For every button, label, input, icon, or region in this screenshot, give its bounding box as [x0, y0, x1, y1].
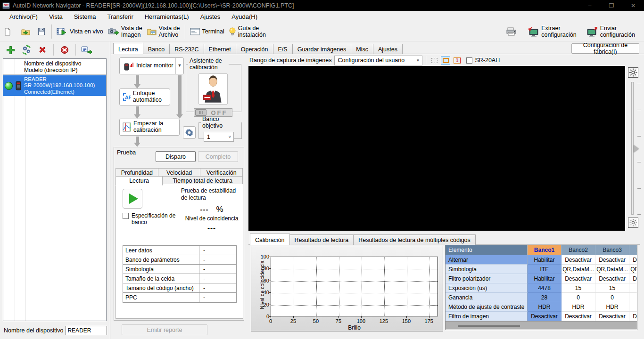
- tab-e-s[interactable]: E/S: [273, 44, 293, 54]
- device-list[interactable]: Nombre del dispositivo Modelo (dirección…: [3, 58, 107, 321]
- bank-cell[interactable]: 15: [629, 283, 637, 293]
- brightness-down-button[interactable]: [628, 218, 638, 228]
- bank-row-label-exposici-n-us[interactable]: Exposición (us): [446, 283, 528, 293]
- tab-operaci-n[interactable]: Operación: [236, 44, 273, 54]
- tab-rs-232c[interactable]: RS-232C: [169, 44, 204, 54]
- device-row-selected[interactable]: READER SR-2000W(192.168.100.100) Connect…: [3, 75, 106, 96]
- print-button[interactable]: [503, 26, 520, 37]
- start-monitor-dropdown[interactable]: ▼: [175, 58, 183, 74]
- bank-cell[interactable]: Desactivar: [629, 274, 637, 283]
- menu-item-transferir[interactable]: Transferir: [102, 11, 139, 22]
- extract-config-button[interactable]: Extraer configuración: [525, 24, 578, 40]
- save-button[interactable]: [34, 26, 49, 37]
- bank-col-header-elemento[interactable]: Elemento: [446, 245, 528, 255]
- autofocus-button[interactable]: AF Enfoque automático: [119, 89, 170, 105]
- bank-cell[interactable]: 0: [595, 293, 629, 302]
- bank-col-header-banco4[interactable]: Banco4: [629, 245, 637, 255]
- bank-row-label-m-todo-de-ajuste-de-contraste[interactable]: Método de ajuste de contraste: [446, 302, 528, 312]
- bank-cell[interactable]: 15: [561, 283, 595, 293]
- bank-cell[interactable]: Desactivar: [629, 312, 637, 321]
- bank-spec-checkbox[interactable]: [123, 213, 129, 219]
- bank-row-label-simbolog-a[interactable]: Simbología: [446, 265, 528, 274]
- bank-cell[interactable]: Desactivar: [595, 255, 629, 265]
- tab-ajustes[interactable]: Ajustes: [373, 44, 403, 54]
- live-view-button[interactable]: Vista en vivo: [54, 26, 106, 37]
- minimize-button[interactable]: –: [579, 0, 601, 11]
- bank-cell[interactable]: QR,DataM...: [629, 265, 637, 274]
- bank-row-label-filtro-polarizador[interactable]: Filtro polarizador: [446, 274, 528, 283]
- capture-range-select[interactable]: Configuración del usuario ▼: [334, 56, 422, 65]
- menu-item-sistema[interactable]: Sistema: [68, 11, 102, 22]
- bank-cell[interactable]: 15: [595, 283, 629, 293]
- maximize-button[interactable]: ❐: [601, 0, 622, 11]
- send-config-button[interactable]: Enviar configuración: [584, 24, 637, 40]
- close-button[interactable]: ✕: [622, 0, 644, 11]
- bank-table-hscrollbar[interactable]: [446, 321, 637, 329]
- selection-rect-button[interactable]: [441, 56, 450, 65]
- target-bank-select[interactable]: 1 ˅: [204, 132, 234, 142]
- bank-cell[interactable]: HDR: [561, 302, 595, 312]
- bank-cell[interactable]: Desactivar: [595, 312, 629, 321]
- start-calibration-button[interactable]: Empezar la calibración: [119, 119, 180, 136]
- bank-cell[interactable]: HDR: [528, 302, 561, 312]
- bank-row-label-ganancia[interactable]: Ganancia: [446, 293, 528, 302]
- bank-cell[interactable]: Desactivar: [528, 312, 561, 321]
- image-view-button[interactable]: Vista de Imagen: [106, 24, 145, 40]
- update-device-button[interactable]: [20, 44, 33, 56]
- bank-cell[interactable]: ITF: [528, 265, 561, 274]
- factory-reset-button[interactable]: Configuración de fábrica(I): [571, 43, 639, 54]
- menu-item-ajustes[interactable]: Ajustes: [195, 11, 226, 22]
- device-name-input[interactable]: [66, 326, 107, 335]
- bank-row-label-filtro-de-imagen[interactable]: Filtro de imagen: [446, 312, 528, 321]
- camera-image-view[interactable]: [248, 66, 625, 231]
- delete-device-button[interactable]: [36, 44, 49, 56]
- bank-cell[interactable]: 4478: [528, 283, 561, 293]
- brightness-up-button[interactable]: [628, 67, 638, 78]
- calibration-settings-button[interactable]: [183, 126, 196, 139]
- menu-item-vista[interactable]: Vista: [43, 11, 68, 22]
- bank-cell[interactable]: HDR: [595, 302, 629, 312]
- single-code-window-button[interactable]: 1: [452, 56, 462, 65]
- bank-cell[interactable]: 0: [561, 293, 595, 302]
- bank-cell[interactable]: Desactivar: [561, 255, 595, 265]
- bottom-tab-resultados-de-lectura-de-m-ltiples-c-digos[interactable]: Resultados de lectura de múltiples códig…: [353, 234, 476, 245]
- tab-guardar-im-genes[interactable]: Guardar imágenes: [292, 44, 352, 54]
- bank-cell[interactable]: Desactivar: [629, 255, 637, 265]
- brightness-slider-thumb[interactable]: [634, 145, 639, 153]
- open-file-button[interactable]: [17, 26, 34, 37]
- bank-cell[interactable]: QR,DataM...: [561, 265, 595, 274]
- bank-cell[interactable]: HDR: [629, 302, 637, 312]
- add-device-button[interactable]: [4, 44, 17, 56]
- bank-col-header-banco3[interactable]: Banco3: [595, 245, 629, 255]
- sr20ah-checkbox[interactable]: [466, 57, 472, 64]
- bank-cell[interactable]: QR,DataM...: [595, 265, 629, 274]
- bank-cell[interactable]: 0: [629, 293, 637, 302]
- tab-lectura[interactable]: Lectura: [113, 43, 143, 54]
- bank-col-header-banco2[interactable]: Banco2: [561, 245, 595, 255]
- bank-cell[interactable]: Desactivar: [595, 274, 629, 283]
- hscrollbar-thumb[interactable]: [458, 325, 520, 327]
- menu-item-herramientas-l[interactable]: Herramientas(L): [139, 11, 195, 22]
- complete-button[interactable]: Completo: [198, 151, 238, 162]
- tab-banco[interactable]: Banco: [143, 44, 170, 54]
- file-view-button[interactable]: Vista de Archivo: [145, 24, 182, 40]
- tab-misc[interactable]: Misc: [351, 44, 373, 54]
- start-monitor-button[interactable]: Iniciar monitor ▼: [119, 57, 184, 74]
- toggle-knob[interactable]: [195, 109, 206, 116]
- bottom-tab-resultado-de-lectura[interactable]: Resultado de lectura: [289, 234, 354, 245]
- install-guide-button[interactable]: Guía de instalación: [227, 24, 268, 40]
- tab-ethernet[interactable]: Ethernet: [204, 44, 236, 54]
- selection-rect-dashed-button[interactable]: [429, 56, 439, 65]
- bank-cell[interactable]: 28: [528, 293, 561, 302]
- bank-cell[interactable]: Desactivar: [561, 312, 595, 321]
- terminal-button[interactable]: Terminal: [188, 26, 227, 37]
- trigger-button[interactable]: Disparo: [156, 151, 196, 162]
- bottom-tab-calibraci-n[interactable]: Calibración: [250, 234, 290, 245]
- emit-report-button[interactable]: Emitir reporte: [122, 324, 207, 335]
- test-tab-lectura[interactable]: Lectura: [116, 176, 163, 186]
- menu-item-archivo-f[interactable]: Archivo(F): [4, 11, 43, 22]
- panel-splitter[interactable]: [110, 41, 110, 339]
- send-ip-button[interactable]: IP: [80, 44, 93, 56]
- new-file-button[interactable]: [0, 26, 17, 37]
- assistant-wizard-button[interactable]: [198, 73, 228, 105]
